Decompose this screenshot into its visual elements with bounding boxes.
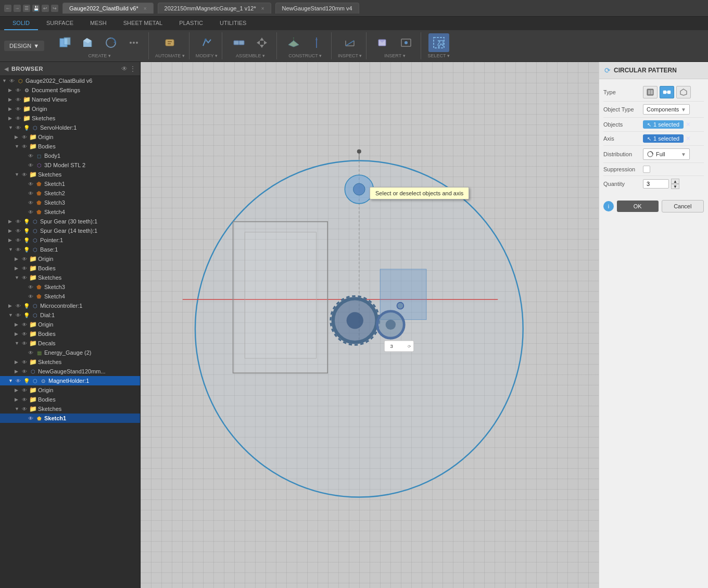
tree-item-decals[interactable]: ▼ 👁 📁 Decals — [0, 339, 140, 348]
browser-expand-icon[interactable]: ⋮ — [130, 65, 136, 72]
tab-utilities[interactable]: UTILITIES — [211, 17, 255, 30]
tree-item-sh-origin[interactable]: ▶ 👁 📁 Origin — [0, 132, 140, 142]
back-button[interactable]: ← — [4, 5, 11, 12]
type-components-btn[interactable] — [660, 86, 674, 98]
create-more-btn[interactable] — [123, 33, 144, 52]
visibility-icon[interactable]: 👁 — [27, 415, 34, 422]
visibility-icon[interactable]: 👁 — [21, 143, 28, 150]
suppression-checkbox[interactable] — [643, 166, 650, 173]
quantity-input[interactable] — [643, 179, 669, 189]
visibility-icon[interactable]: 👁 — [15, 377, 22, 384]
visibility-icon[interactable]: 👁 — [21, 255, 28, 262]
visibility-icon[interactable]: 👁 — [15, 86, 22, 94]
visibility-icon[interactable]: 👁 — [15, 311, 22, 319]
visibility-icon[interactable]: 👁 — [27, 199, 34, 206]
tree-item-sh-sketches[interactable]: ▼ 👁 📁 Sketches — [0, 170, 140, 179]
visibility-icon[interactable]: 👁 — [15, 105, 22, 112]
inspect-measure-btn[interactable] — [339, 33, 360, 52]
construct-axis-btn[interactable] — [306, 33, 327, 52]
tree-item-microcontroller[interactable]: ▶ 👁 💡 ⬡ Microcontroller:1 — [0, 301, 140, 310]
tab-close-icon[interactable]: × — [261, 6, 264, 11]
info-button[interactable]: i — [603, 201, 614, 211]
visibility-icon[interactable]: 👁 — [27, 208, 34, 216]
tree-item-dial[interactable]: ▼ 👁 💡 ⬡ Dial:1 — [0, 310, 140, 320]
assemble-joint-btn[interactable] — [229, 33, 249, 52]
visibility-icon[interactable]: 👁 — [21, 330, 28, 337]
automate-btn[interactable] — [159, 33, 180, 52]
tree-item-doc-settings[interactable]: ▶ 👁 ⚙ Document Settings — [0, 85, 140, 95]
tab-close-icon[interactable]: × — [144, 6, 147, 11]
visibility-icon[interactable]: 👁 — [21, 133, 28, 141]
visibility-icon[interactable]: 👁 — [21, 405, 28, 412]
redo-button[interactable]: ↪ — [51, 5, 58, 12]
axis-clear-icon[interactable]: ✕ — [686, 135, 691, 142]
tree-item-sketch4a[interactable]: ▶ 👁 ⬟ Sketch4 — [0, 207, 140, 217]
visibility-icon[interactable]: 👁 — [27, 349, 34, 356]
save-button[interactable]: 💾 — [32, 5, 40, 12]
browser-eye-icon[interactable]: 👁 — [121, 65, 128, 72]
design-dropdown[interactable]: DESIGN ▼ — [4, 41, 44, 51]
tree-item-dial-bodies[interactable]: ▶ 👁 📁 Bodies — [0, 329, 140, 339]
canvas-area[interactable]: 3 ⟳ Select or deselect objects and axis — [141, 62, 599, 588]
tab-sheet-metal[interactable]: SHEET METAL — [115, 17, 171, 30]
create-revolve-btn[interactable] — [100, 33, 121, 52]
visibility-icon[interactable]: 👁 — [15, 302, 22, 309]
visibility-icon[interactable]: 👁 — [15, 227, 22, 234]
create-new-btn[interactable] — [55, 33, 75, 52]
ok-button[interactable]: OK — [617, 201, 659, 212]
visibility-icon[interactable]: 👁 — [27, 190, 34, 197]
tree-item-energy-gauge[interactable]: ▶ 👁 ▦ Energy_Gauge (2) — [0, 348, 140, 357]
visibility-icon[interactable]: 👁 — [8, 77, 16, 84]
tree-item-sketches[interactable]: ▶ 👁 📁 Sketches — [0, 114, 140, 123]
tab-plastic[interactable]: PLASTIC — [171, 17, 211, 30]
tree-item-named-views[interactable]: ▶ 👁 📁 Named Views — [0, 95, 140, 104]
tree-item-base-origin[interactable]: ▶ 👁 📁 Origin — [0, 254, 140, 264]
visibility-icon[interactable]: 👁 — [27, 180, 34, 187]
tree-item-servoholder[interactable]: ▼ 👁 💡 ⬡ ServoHolder:1 — [0, 123, 140, 132]
quantity-increment-btn[interactable]: ▲ — [671, 179, 679, 184]
create-extrude-btn[interactable] — [78, 33, 98, 52]
visibility-icon[interactable]: 👁 — [27, 293, 34, 300]
cancel-button[interactable]: Cancel — [662, 200, 704, 212]
tree-item-sh-bodies[interactable]: ▼ 👁 📁 Bodies — [0, 142, 140, 151]
menu-button[interactable]: ☰ — [23, 5, 30, 12]
visibility-icon[interactable]: 👁 — [15, 124, 22, 131]
undo-button[interactable]: ↩ — [42, 5, 49, 12]
tree-item-stl[interactable]: ▶ 👁 ⬡ 3D Model STL 2 — [0, 160, 140, 170]
quantity-decrement-btn[interactable]: ▼ — [671, 184, 679, 189]
tree-item-magnetholder[interactable]: ▼ 👁 💡 ⬡ ⊙ MagnetHolder:1 — [0, 376, 140, 385]
visibility-icon[interactable]: 👁 — [15, 96, 22, 103]
tree-item-pointer[interactable]: ▶ 👁 💡 ⬡ Pointer:1 — [0, 235, 140, 245]
modify-btn[interactable] — [196, 33, 217, 52]
visibility-icon[interactable]: 👁 — [15, 115, 22, 122]
visibility-icon[interactable]: 👁 — [21, 358, 28, 366]
visibility-icon[interactable]: 👁 — [21, 321, 28, 328]
tree-item-body1[interactable]: ▶ 👁 ◻ Body1 — [0, 151, 140, 160]
tab-solid[interactable]: SOLID — [4, 17, 38, 30]
tab-magnetic-gauge[interactable]: 2022150mmMagneticGauge_1 v12* × — [158, 3, 271, 14]
tree-item-root[interactable]: ▼ 👁 ⬡ Gauge2022_ClaatBuild v6 — [0, 76, 140, 85]
distribution-dropdown[interactable]: Full ▼ — [643, 148, 690, 160]
visibility-icon[interactable]: 👁 — [21, 274, 28, 281]
visibility-icon[interactable]: 👁 — [21, 265, 28, 272]
tree-item-spurgear30[interactable]: ▶ 👁 💡 ⬡ Spur Gear (30 teeth):1 — [0, 217, 140, 226]
tree-item-base-sketches[interactable]: ▼ 👁 📁 Sketches — [0, 273, 140, 282]
tree-item-origin[interactable]: ▶ 👁 📁 Origin — [0, 104, 140, 114]
window-controls[interactable]: ← → ☰ 💾 ↩ ↪ — [4, 5, 58, 12]
tree-item-spurgear14[interactable]: ▶ 👁 💡 ⬡ Spur Gear (14 teeth):1 — [0, 226, 140, 235]
assemble-move-btn[interactable] — [251, 33, 272, 52]
visibility-icon[interactable]: 👁 — [21, 340, 28, 347]
visibility-icon[interactable]: 👁 — [15, 236, 22, 244]
visibility-icon[interactable]: 👁 — [27, 152, 34, 159]
tree-item-mh-sketch1[interactable]: ▶ 👁 ⬟ Sketch1 — [0, 414, 140, 423]
browser-collapse-icon[interactable]: ◀ — [4, 66, 8, 72]
tree-item-sketch1[interactable]: ▶ 👁 ⬟ Sketch1 — [0, 179, 140, 189]
visibility-icon[interactable]: 👁 — [21, 386, 28, 394]
tree-item-sketch3b[interactable]: ▶ 👁 ⬟ Sketch3 — [0, 282, 140, 292]
tree-item-base[interactable]: ▼ 👁 💡 ⬡ Base:1 — [0, 245, 140, 254]
tree-item-newgaugestand[interactable]: ▶ 👁 ⬡ NewGaugeStand120mm... — [0, 367, 140, 376]
type-bodies-btn[interactable] — [676, 86, 691, 98]
visibility-icon[interactable]: 👁 — [27, 161, 34, 169]
type-faces-btn[interactable] — [643, 86, 658, 98]
visibility-icon[interactable]: 👁 — [21, 368, 28, 375]
